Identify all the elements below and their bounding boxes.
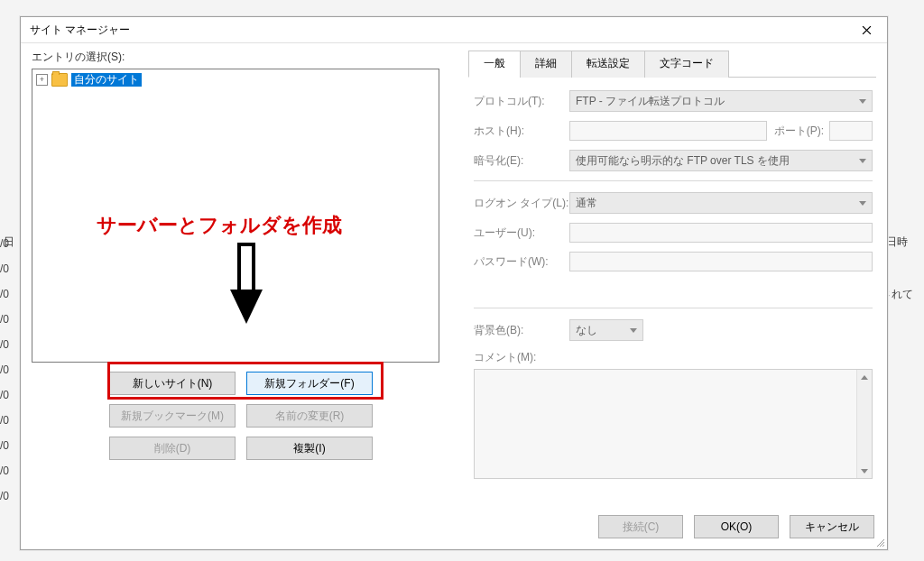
user-label: ユーザー(U):	[474, 225, 569, 241]
general-form: プロトコル(T): FTP - ファイル転送プロトコル ホスト(H): ポート(…	[468, 78, 876, 483]
ok-button[interactable]: OK(O)	[694, 515, 779, 538]
user-input[interactable]	[569, 223, 873, 243]
logon-type-label: ログオン タイプ(L):	[474, 196, 569, 211]
stage: 日 日時 /0/0/0/0/0/0/0/0/0/0/0 続されて サイト マネー…	[0, 0, 924, 561]
expand-icon[interactable]: +	[36, 74, 48, 86]
duplicate-button[interactable]: 複製(I)	[246, 437, 373, 460]
protocol-label: プロトコル(T):	[474, 94, 569, 109]
window-title: サイト マネージャー	[30, 17, 130, 42]
chevron-down-icon	[859, 201, 866, 206]
tab-advanced[interactable]: 詳細	[520, 51, 572, 78]
dialog-footer: 接続(C) OK(O) キャンセル	[598, 515, 874, 538]
bg-left-strip: /0/0/0/0/0/0/0/0/0/0/0	[0, 231, 18, 561]
scroll-up-icon[interactable]	[857, 370, 872, 384]
rename-button: 名前の変更(R)	[246, 404, 373, 428]
chevron-down-icon	[630, 328, 637, 333]
new-site-button[interactable]: 新しいサイト(N)	[109, 372, 236, 395]
titlebar: サイト マネージャー	[21, 17, 887, 43]
divider	[474, 180, 873, 181]
site-tree[interactable]: + 自分のサイト サーバーとフォルダを作成	[32, 69, 439, 363]
scrollbar[interactable]	[856, 370, 872, 478]
close-button[interactable]	[851, 19, 882, 41]
entry-select-label: エントリの選択(S):	[32, 50, 445, 65]
dialog-body: エントリの選択(S): + 自分のサイト サーバーとフォルダを作成	[21, 42, 887, 549]
comment-label: コメント(M):	[474, 350, 873, 365]
protocol-select[interactable]: FTP - ファイル転送プロトコル	[569, 90, 873, 112]
bgcolor-label: 背景色(B):	[474, 323, 569, 338]
port-label: ポート(P):	[774, 124, 824, 139]
folder-icon	[51, 73, 68, 87]
left-column: エントリの選択(S): + 自分のサイト サーバーとフォルダを作成	[32, 50, 445, 469]
connect-button: 接続(C)	[598, 515, 683, 538]
tab-transfer[interactable]: 転送設定	[571, 51, 645, 78]
scroll-down-icon[interactable]	[857, 464, 872, 478]
host-label: ホスト(H):	[474, 124, 569, 139]
password-label: パスワード(W):	[474, 254, 569, 270]
new-folder-button[interactable]: 新規フォルダー(F)	[246, 372, 373, 395]
annotation-text: サーバーとフォルダを作成	[97, 212, 342, 239]
tab-general[interactable]: 一般	[468, 51, 521, 78]
logon-type-select[interactable]: 通常	[569, 192, 873, 214]
right-column: 一般 詳細 転送設定 文字コード プロトコル(T): FTP - ファイル転送プ…	[468, 50, 876, 483]
tree-root-label[interactable]: 自分のサイト	[71, 73, 142, 87]
encryption-select[interactable]: 使用可能なら明示的な FTP over TLS を使用	[569, 150, 873, 171]
port-input[interactable]	[829, 121, 873, 141]
svg-marker-1	[230, 290, 263, 324]
delete-button: 削除(D)	[109, 437, 236, 460]
close-icon	[862, 25, 872, 35]
resize-grip-icon[interactable]	[874, 537, 885, 547]
divider	[474, 308, 873, 308]
button-grid: 新しいサイト(N) 新規フォルダー(F) 新規ブックマーク(M) 名前の変更(R…	[109, 372, 445, 460]
cancel-button[interactable]: キャンセル	[790, 515, 874, 538]
host-input[interactable]	[569, 121, 767, 141]
site-manager-dialog: サイト マネージャー エントリの選択(S): + 自分のサイト サーバーとフォル…	[20, 16, 888, 550]
password-input[interactable]	[569, 252, 873, 271]
tab-charset[interactable]: 文字コード	[644, 51, 729, 78]
annotation-arrow-icon	[226, 243, 266, 332]
chevron-down-icon	[859, 99, 866, 104]
encryption-label: 暗号化(E):	[474, 153, 569, 169]
svg-rect-0	[239, 244, 254, 291]
bgcolor-select[interactable]: なし	[569, 319, 643, 341]
new-bookmark-button: 新規ブックマーク(M)	[109, 404, 236, 428]
chevron-down-icon	[859, 159, 866, 163]
tab-strip: 一般 詳細 転送設定 文字コード	[468, 50, 876, 78]
tree-root-row[interactable]: + 自分のサイト	[36, 72, 435, 87]
comment-textarea[interactable]	[474, 369, 873, 479]
